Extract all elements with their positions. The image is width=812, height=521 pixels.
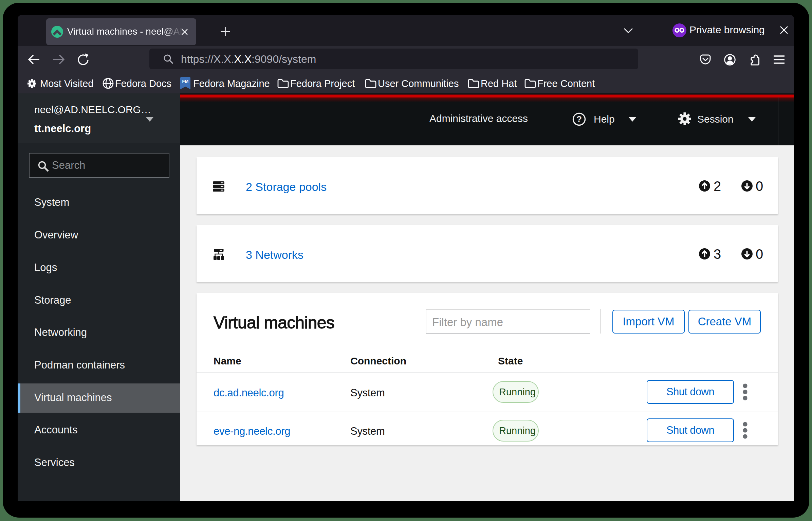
svg-text:FM: FM (182, 79, 189, 84)
svg-text:?: ? (576, 114, 582, 124)
